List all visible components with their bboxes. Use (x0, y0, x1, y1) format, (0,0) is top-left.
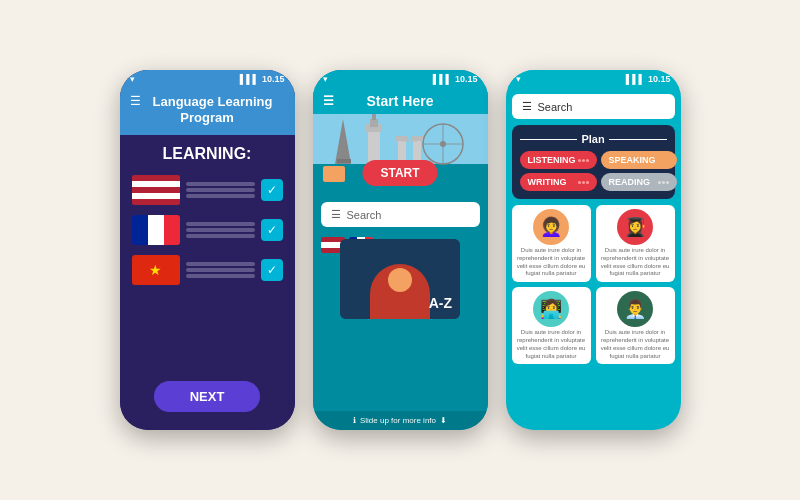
speaking-dots (658, 159, 669, 162)
flag-china-lines (186, 262, 255, 278)
status-right-3: ▌▌▌ 10.15 (626, 74, 671, 84)
status-left-2: ▾ (323, 74, 328, 84)
flag-usa-lines (186, 182, 255, 198)
wifi-icon: ▾ (130, 74, 135, 84)
tutor-avatar-2: 👩‍🎓 (617, 209, 653, 245)
phone-2-title: Start Here (367, 93, 434, 109)
wifi-icon-3: ▾ (516, 74, 521, 84)
reading-dots (658, 181, 669, 184)
menu-icon-2[interactable]: ☰ (323, 94, 334, 108)
phone-1-header: ☰ Language LearningProgram (120, 88, 295, 135)
search-placeholder-2: Search (347, 209, 382, 221)
listening-label: LISTENING (528, 155, 576, 165)
signal-icon: ▌▌▌ (240, 74, 259, 84)
tutor-avatar-4: 👨‍💼 (617, 291, 653, 327)
phone-3: ▾ ▌▌▌ 10.15 ☰ Search Plan LISTENING (506, 70, 681, 430)
china-star-icon: ★ (149, 262, 162, 278)
slide-hint: ℹ Slide up for more info ⬇ (313, 411, 488, 430)
tutor-avatar-1: 👩‍🦱 (533, 209, 569, 245)
tutor-avatar-3: 👩‍💻 (533, 291, 569, 327)
signal-icon-3: ▌▌▌ (626, 74, 645, 84)
plan-title: Plan (520, 133, 667, 145)
bubble-listening[interactable]: LISTENING (520, 151, 597, 169)
teacher-area: A-Z (313, 235, 488, 411)
time-display-3: 10.15 (648, 74, 671, 84)
time-display-2: 10.15 (455, 74, 478, 84)
check-france: ✓ (261, 219, 283, 241)
learning-label: LEARNING: (163, 145, 252, 163)
svg-rect-12 (396, 136, 408, 141)
status-left-1: ▾ (130, 74, 135, 84)
flag-row-china[interactable]: ★ ✓ (128, 253, 287, 287)
phone-3-search[interactable]: ☰ Search (512, 94, 675, 119)
plan-section: Plan LISTENING SPEAKING (512, 125, 675, 199)
listening-dots (578, 159, 589, 162)
tutors-grid: 👩‍🦱 Duis aute irure dolor in reprehender… (506, 205, 681, 370)
svg-rect-8 (370, 119, 378, 127)
bubble-writing[interactable]: WRITING (520, 173, 597, 191)
check-china: ✓ (261, 259, 283, 281)
check-usa: ✓ (261, 179, 283, 201)
flag-row-france[interactable]: ✓ (128, 213, 287, 247)
flag-usa (132, 175, 180, 205)
bubble-reading[interactable]: READING (601, 173, 677, 191)
info-icon: ℹ (353, 416, 356, 425)
status-left-3: ▾ (516, 74, 521, 84)
flag-row-usa[interactable]: ✓ (128, 173, 287, 207)
tutor-card-3[interactable]: 👩‍💻 Duis aute irure dolor in reprehender… (512, 287, 591, 364)
speech-bubbles: LISTENING SPEAKING WRI (520, 151, 667, 191)
phone-2-header: ☰ Start Here (313, 88, 488, 114)
time-display-1: 10.15 (262, 74, 285, 84)
laptop-container: A-Z (340, 239, 460, 319)
status-right-2: ▌▌▌ 10.15 (433, 74, 478, 84)
arrow-down-icon: ⬇ (440, 416, 447, 425)
tutor-card-4[interactable]: 👨‍💼 Duis aute irure dolor in reprehender… (596, 287, 675, 364)
status-right-1: ▌▌▌ 10.15 (240, 74, 285, 84)
search-icon-2: ☰ (331, 208, 341, 221)
menu-icon-1[interactable]: ☰ (130, 94, 141, 108)
tutor-text-4: Duis aute irure dolor in reprehenderit i… (600, 329, 671, 360)
status-bar-3: ▾ ▌▌▌ 10.15 (506, 70, 681, 88)
reading-label: READING (609, 177, 651, 187)
landmarks-area: START (313, 114, 488, 194)
tutor-text-1: Duis aute irure dolor in reprehenderit i… (516, 247, 587, 278)
next-button[interactable]: NEXT (154, 381, 261, 412)
slide-hint-text: Slide up for more info (360, 416, 436, 425)
svg-point-5 (440, 141, 446, 147)
writing-label: WRITING (528, 177, 567, 187)
wifi-icon-2: ▾ (323, 74, 328, 84)
search-icon-3: ☰ (522, 100, 532, 113)
status-bar-2: ▾ ▌▌▌ 10.15 (313, 70, 488, 88)
writing-dots (578, 181, 589, 184)
flag-france (132, 215, 180, 245)
status-bar-1: ▾ ▌▌▌ 10.15 (120, 70, 295, 88)
tutor-card-1[interactable]: 👩‍🦱 Duis aute irure dolor in reprehender… (512, 205, 591, 282)
tutor-text-2: Duis aute irure dolor in reprehenderit i… (600, 247, 671, 278)
start-button[interactable]: START (362, 160, 437, 186)
svg-rect-17 (323, 166, 345, 182)
search-placeholder-3: Search (538, 101, 573, 113)
flag-china: ★ (132, 255, 180, 285)
flag-france-lines (186, 222, 255, 238)
svg-rect-13 (411, 136, 423, 141)
phone-1-title: Language LearningProgram (130, 94, 285, 125)
tutor-text-3: Duis aute irure dolor in reprehenderit i… (516, 329, 587, 360)
phone-1: ▾ ▌▌▌ 10.15 ☰ Language LearningProgram L… (120, 70, 295, 430)
svg-rect-16 (337, 159, 351, 163)
speaking-label: SPEAKING (609, 155, 656, 165)
az-label: A-Z (429, 295, 452, 311)
signal-icon-2: ▌▌▌ (433, 74, 452, 84)
tutor-card-2[interactable]: 👩‍🎓 Duis aute irure dolor in reprehender… (596, 205, 675, 282)
phones-container: ▾ ▌▌▌ 10.15 ☰ Language LearningProgram L… (100, 50, 701, 450)
bubble-speaking[interactable]: SPEAKING (601, 151, 677, 169)
phone-1-content: LEARNING: ✓ (120, 135, 295, 430)
phone-2-search[interactable]: ☰ Search (321, 202, 480, 227)
phone-2: ▾ ▌▌▌ 10.15 ☰ Start Here (313, 70, 488, 430)
svg-rect-9 (372, 114, 376, 120)
